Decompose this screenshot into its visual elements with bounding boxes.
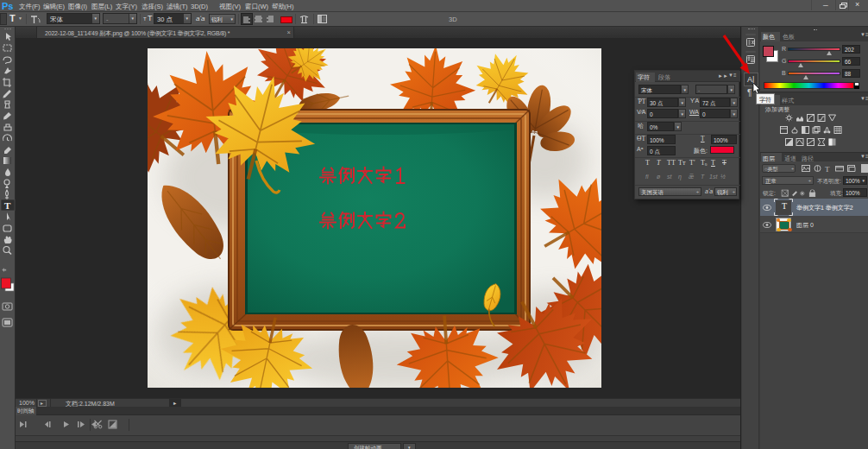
svg-text:T: T bbox=[4, 200, 11, 211]
svg-text:T: T bbox=[825, 165, 830, 174]
